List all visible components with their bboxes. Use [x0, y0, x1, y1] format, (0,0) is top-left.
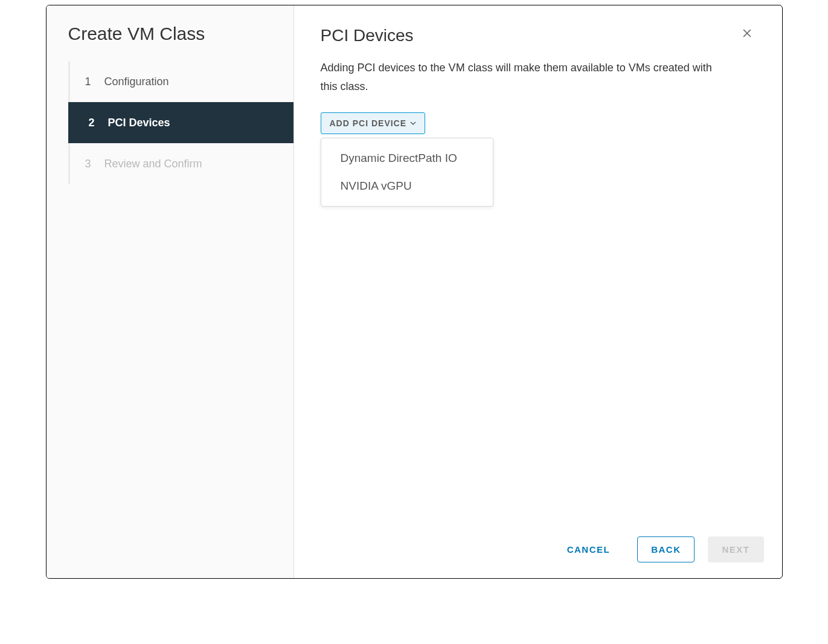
- back-button[interactable]: BACK: [637, 536, 695, 562]
- dropdown-item-dynamic-directpath-io[interactable]: Dynamic DirectPath IO: [321, 144, 493, 172]
- create-vm-class-dialog: Create VM Class 1 Configuration 2 PCI De…: [46, 5, 783, 579]
- add-pci-device-dropdown: Dynamic DirectPath IO NVIDIA vGPU: [321, 138, 493, 207]
- wizard-title: Create VM Class: [47, 24, 294, 61]
- step-number: 2: [89, 117, 103, 129]
- main-header: PCI Devices: [294, 5, 782, 45]
- step-number: 3: [85, 158, 100, 170]
- step-number: 1: [85, 76, 100, 88]
- add-pci-device-button[interactable]: ADD PCI DEVICE: [321, 112, 426, 134]
- close-button[interactable]: [739, 26, 756, 43]
- next-button: NEXT: [708, 536, 763, 562]
- wizard-footer: CANCEL BACK NEXT: [294, 521, 782, 578]
- cancel-button[interactable]: CANCEL: [553, 536, 624, 562]
- step-pci-devices[interactable]: 2 PCI Devices: [68, 102, 294, 143]
- step-review-confirm: 3 Review and Confirm: [68, 143, 294, 184]
- dropdown-item-nvidia-vgpu[interactable]: NVIDIA vGPU: [321, 172, 493, 200]
- step-label: Review and Confirm: [104, 158, 202, 170]
- add-pci-device-label: ADD PCI DEVICE: [330, 118, 407, 128]
- page-description: Adding PCI devices to the VM class will …: [294, 45, 741, 95]
- step-label: PCI Devices: [108, 117, 170, 129]
- add-pci-area: ADD PCI DEVICE Dynamic DirectPath IO NVI…: [294, 95, 782, 134]
- step-label: Configuration: [104, 76, 169, 88]
- page-title: PCI Devices: [321, 26, 414, 45]
- step-configuration[interactable]: 1 Configuration: [68, 61, 294, 102]
- wizard-sidebar: Create VM Class 1 Configuration 2 PCI De…: [47, 5, 294, 578]
- close-icon: [741, 27, 753, 42]
- chevron-down-icon: [410, 120, 416, 126]
- wizard-steps: 1 Configuration 2 PCI Devices 3 Review a…: [68, 61, 294, 184]
- wizard-main: PCI Devices Adding PCI devices to the VM…: [294, 5, 782, 578]
